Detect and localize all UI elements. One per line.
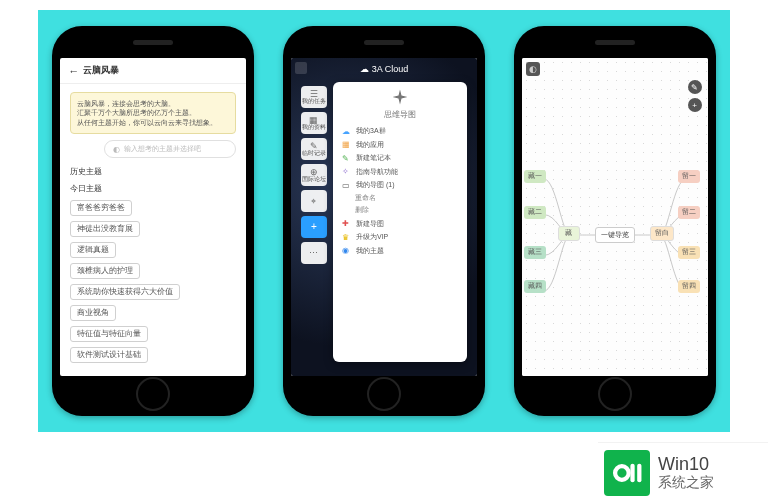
topic-chip-list: 富爸爸穷爸爸 神徒出没教育展 逻辑真题 颈椎病人的护理 系统助你快速获得六大价值… [70, 198, 236, 365]
topic-chip[interactable]: 富爸爸穷爸爸 [70, 200, 132, 216]
mindmap-leaf[interactable]: 留四 [678, 280, 700, 293]
topic-chip[interactable]: 系统助你快速获得六大价值 [70, 284, 180, 300]
toolbar-item[interactable]: ⊕国际论坛 [301, 164, 327, 186]
mindmap-leaf[interactable]: 留三 [678, 246, 700, 259]
left-toolbar: ☰我的任务 ▦我的资料 ✎临时记录 ⊕国际论坛 ⌖ + ⋯ [301, 86, 327, 264]
topic-input[interactable]: 输入想考的主题并选择吧 [104, 140, 236, 158]
toolbar-item[interactable]: ☰我的任务 [301, 86, 327, 108]
phone1-header: ← 云脑风暴 [60, 58, 246, 84]
phone3-menu-icon[interactable]: ◐ [526, 62, 540, 76]
cloud-icon: ☁ [341, 127, 351, 136]
panel-menu: ☁我的3A群 ▦我的应用 ✎新建笔记本 ✧指南导航功能 ▭我的导图 (1) 重命… [341, 126, 459, 256]
mindmap-leaf[interactable]: 藏二 [524, 206, 546, 219]
menu-row[interactable]: ✎新建笔记本 [341, 153, 459, 163]
apps-icon: ▦ [341, 140, 351, 149]
menu-row[interactable]: ☁我的3A群 [341, 126, 459, 136]
watermark-logo-icon [604, 450, 650, 496]
toolbar-add-button[interactable]: + [301, 216, 327, 238]
topic-chip[interactable]: 特征值与特征向量 [70, 326, 148, 342]
menu-row[interactable]: ◉我的主题 [341, 246, 459, 256]
brand-label: 3A Cloud [372, 64, 409, 74]
menu-row-rename[interactable]: 重命名 [341, 194, 459, 203]
phone2-screen: ☁3A Cloud ☰我的任务 ▦我的资料 ✎临时记录 ⊕国际论坛 ⌖ + ⋯ … [291, 58, 477, 376]
today-section-title: 今日主题 [70, 183, 236, 194]
folder-icon: ▭ [341, 181, 351, 190]
mindmap-leaf[interactable]: 藏四 [524, 280, 546, 293]
back-arrow-icon[interactable]: ← [68, 65, 79, 77]
svg-point-0 [615, 466, 629, 480]
theme-icon: ◉ [341, 246, 351, 255]
menu-row[interactable]: ▦我的应用 [341, 140, 459, 150]
mindmap-branch-right[interactable]: 留白 [650, 226, 674, 241]
spark-icon [341, 88, 459, 106]
history-section-title: 历史主题 [70, 166, 236, 177]
phone1-title: 云脑风暴 [83, 64, 119, 77]
mindmap-root-node[interactable]: 一键导览 [595, 227, 635, 243]
watermark: Win10 系统之家 [598, 442, 768, 502]
topic-chip[interactable]: 逻辑真题 [70, 242, 116, 258]
mindmap-canvas[interactable]: 一键导览 藏 藏一 藏二 藏三 藏四 留白 留一 留二 留三 留四 [522, 118, 708, 352]
phone-frame-2: ☁3A Cloud ☰我的任务 ▦我的资料 ✎临时记录 ⊕国际论坛 ⌖ + ⋯ … [283, 26, 485, 416]
vip-icon: ♛ [341, 233, 351, 242]
compass-icon: ✧ [341, 167, 351, 176]
phone-frame-3: ◐ ✎ + 一键导览 [514, 26, 716, 416]
mindmap-branch-left[interactable]: 藏 [558, 226, 580, 241]
mindmap-leaf[interactable]: 藏一 [524, 170, 546, 183]
svg-rect-2 [637, 463, 641, 482]
add-icon: ✚ [341, 219, 351, 228]
showcase-stage: ← 云脑风暴 云脑风暴，连接会思考的大脑。 汇聚千万个大脑所思考的亿万个主题。 … [38, 10, 730, 432]
intro-line2: 汇聚千万个大脑所思考的亿万个主题。 [77, 108, 229, 117]
menu-row[interactable]: ♛升级为VIP [341, 232, 459, 242]
phone-frame-1: ← 云脑风暴 云脑风暴，连接会思考的大脑。 汇聚千万个大脑所思考的亿万个主题。 … [52, 26, 254, 416]
watermark-line2: 系统之家 [658, 475, 714, 490]
panel-title: 思维导图 [341, 110, 459, 120]
phone1-screen: ← 云脑风暴 云脑风暴，连接会思考的大脑。 汇聚千万个大脑所思考的亿万个主题。 … [60, 58, 246, 376]
topic-chip[interactable]: 颈椎病人的护理 [70, 263, 140, 279]
cloud-icon: ☁ [360, 64, 369, 74]
plus-icon: + [311, 222, 317, 232]
intro-card: 云脑风暴，连接会思考的大脑。 汇聚千万个大脑所思考的亿万个主题。 从任何主题开始… [70, 92, 236, 134]
mindmap-leaf[interactable]: 藏三 [524, 246, 546, 259]
toolbar-item[interactable]: ✎临时记录 [301, 138, 327, 160]
edit-icon: ✎ [341, 154, 351, 163]
more-icon: ⋯ [309, 249, 318, 258]
phone3-screen: ◐ ✎ + 一键导览 [522, 58, 708, 376]
toolbar-item[interactable]: ⋯ [301, 242, 327, 264]
topic-input-placeholder: 输入想考的主题并选择吧 [124, 144, 201, 154]
menu-row-delete[interactable]: 删除 [341, 206, 459, 215]
mindmap-leaf[interactable]: 留二 [678, 206, 700, 219]
main-panel: 思维导图 ☁我的3A群 ▦我的应用 ✎新建笔记本 ✧指南导航功能 ▭我的导图 (… [333, 82, 467, 362]
menu-row[interactable]: ✚新建导图 [341, 219, 459, 229]
menu-row[interactable]: ✧指南导航功能 [341, 167, 459, 177]
topic-chip[interactable]: 软件测试设计基础 [70, 347, 148, 363]
intro-line1: 云脑风暴，连接会思考的大脑。 [77, 99, 229, 108]
svg-rect-1 [630, 463, 634, 482]
topic-chip[interactable]: 神徒出没教育展 [70, 221, 140, 237]
fab-add[interactable]: + [688, 98, 702, 112]
toolbar-item[interactable]: ▦我的资料 [301, 112, 327, 134]
pin-icon: ⌖ [311, 197, 316, 206]
mindmap-leaf[interactable]: 留一 [678, 170, 700, 183]
topic-chip[interactable]: 商业视角 [70, 305, 116, 321]
watermark-text: Win10 系统之家 [658, 455, 714, 490]
menu-row[interactable]: ▭我的导图 (1) [341, 180, 459, 190]
toolbar-item[interactable]: ⌖ [301, 190, 327, 212]
watermark-line1: Win10 [658, 455, 714, 473]
fab-edit[interactable]: ✎ [688, 80, 702, 94]
brand-header: ☁3A Cloud [291, 64, 477, 74]
intro-line3: 从任何主题开始，你可以云向云来寻找想象。 [77, 118, 229, 127]
